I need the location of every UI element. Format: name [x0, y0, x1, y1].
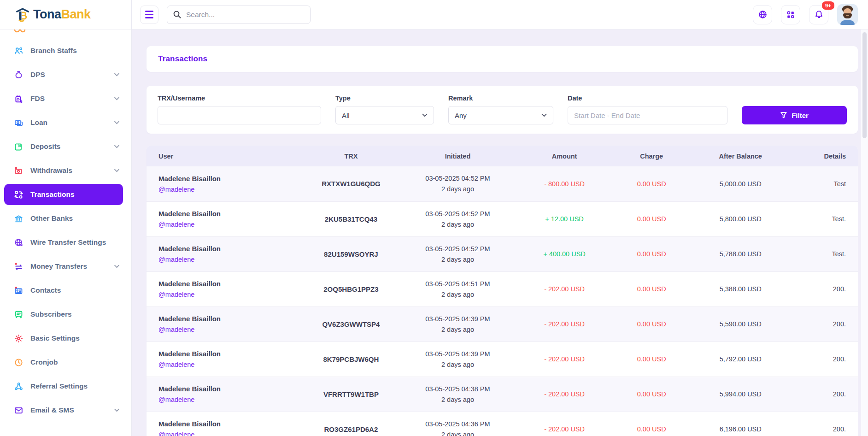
- trx-username-input[interactable]: [158, 106, 321, 124]
- sidebar-item-wire-transfer-settings[interactable]: Wire Transfer Settings: [0, 230, 131, 254]
- sidebar: TonaBank Branch Staffs: [0, 0, 132, 436]
- charge: 0.00 USD: [612, 412, 691, 436]
- sidebar-item-dps[interactable]: DPS: [0, 63, 131, 87]
- scrollbar-thumb[interactable]: [862, 32, 867, 138]
- sidebar-item-withdrawals[interactable]: Withdrawals: [0, 159, 131, 183]
- charge: 0.00 USD: [612, 342, 691, 377]
- username-link[interactable]: @madelene: [158, 221, 291, 228]
- username-link[interactable]: @madelene: [158, 186, 291, 193]
- sidebar-item-label: Loan: [30, 118, 47, 127]
- sidebar-item-contacts[interactable]: Contacts: [0, 278, 131, 302]
- type-select[interactable]: All: [335, 106, 434, 124]
- initiated-ago: 2 days ago: [411, 291, 504, 298]
- sidebar-item-fds[interactable]: $ FDS: [0, 87, 131, 111]
- trx-code: RXTXW1GU6QDG: [303, 166, 399, 201]
- search-box[interactable]: [167, 6, 311, 24]
- sidebar-item-transactions[interactable]: Transactions: [4, 184, 123, 205]
- user-name: Madelene Bisaillon: [158, 385, 291, 393]
- sidebar-item-label: Wire Transfer Settings: [30, 238, 106, 247]
- sidebar-item-other-banks[interactable]: Other Banks: [0, 206, 131, 230]
- brand-logo[interactable]: TonaBank: [0, 0, 131, 29]
- contact-card-icon: [14, 286, 23, 295]
- chevron-down-icon: [422, 113, 428, 117]
- details: 200.: [790, 342, 858, 377]
- sidebar-item-deposits[interactable]: Deposits: [0, 135, 131, 159]
- amount: - 800.00 USD: [516, 166, 612, 201]
- filter-button-label: Filter: [792, 112, 809, 119]
- table-header-row: User TRX Initiated Amount Charge After B…: [147, 146, 858, 166]
- chevron-down-icon: [114, 73, 119, 77]
- sidebar-item-loan[interactable]: Loan: [0, 111, 131, 135]
- username-link[interactable]: @madelene: [158, 431, 291, 436]
- search-icon: [173, 10, 182, 19]
- sidebar-item-basic-settings[interactable]: Basic Settings: [0, 326, 131, 350]
- amount: - 202.00 USD: [516, 306, 612, 342]
- username-link[interactable]: @madelene: [158, 396, 291, 403]
- user-name: Madelene Bisaillon: [158, 175, 291, 183]
- user-avatar[interactable]: [837, 4, 858, 25]
- sidebar-item-branch-staffs[interactable]: Branch Staffs: [0, 39, 131, 63]
- sidebar-item-label: Deposits: [30, 142, 60, 151]
- search-input[interactable]: [186, 11, 305, 19]
- trx-code: VFRRTT9W1TBP: [303, 377, 399, 412]
- transactions-table: User TRX Initiated Amount Charge After B…: [147, 146, 858, 436]
- sidebar-item-label: Referral Settings: [30, 382, 88, 390]
- apps-button[interactable]: [781, 5, 800, 24]
- sidebar-toggle-button[interactable]: [140, 6, 158, 24]
- details: 200.: [790, 271, 858, 306]
- remark-label: Remark: [448, 94, 553, 102]
- sidebar-item-subscribers[interactable]: Subscribers: [0, 302, 131, 326]
- bell-icon: [814, 10, 824, 19]
- funnel-icon: [780, 112, 787, 119]
- col-header-trx: TRX: [303, 146, 399, 166]
- table-row: Madelene Bisaillon@madelene RXTXW1GU6QDG…: [147, 166, 858, 201]
- col-header-after-balance: After Balance: [691, 146, 790, 166]
- after-balance: 5,388.00 USD: [691, 271, 790, 306]
- table-row: Madelene Bisaillon@madelene 82U159WSOYRJ…: [147, 236, 858, 271]
- transfer-arrows-icon: [14, 262, 23, 271]
- bank-logo-icon: [16, 7, 29, 22]
- username-link[interactable]: @madelene: [158, 326, 291, 333]
- topbar: 9+: [132, 0, 868, 29]
- remark-select[interactable]: Any: [448, 106, 553, 124]
- bank-icon: [14, 214, 23, 224]
- col-header-charge: Charge: [612, 146, 691, 166]
- sidebar-item-label: Branch Staffs: [30, 47, 77, 55]
- username-link[interactable]: @madelene: [158, 361, 291, 368]
- chevron-down-icon: [541, 113, 547, 117]
- network-icon: [14, 382, 23, 391]
- sidebar-item-cronjob[interactable]: Cronjob: [0, 350, 131, 374]
- type-label: Type: [335, 94, 434, 102]
- charge: 0.00 USD: [612, 306, 691, 342]
- sidebar-item-partial[interactable]: [0, 29, 131, 39]
- money-bag-icon: [14, 70, 23, 80]
- language-button[interactable]: [753, 5, 772, 24]
- initiated-date: 03-05-2025 04:52 PM: [411, 175, 504, 182]
- trx-username-label: TRX/Username: [158, 94, 321, 102]
- filter-button[interactable]: Filter: [742, 106, 847, 124]
- sidebar-item-label: Withdrawals: [30, 166, 72, 175]
- username-link[interactable]: @madelene: [158, 291, 291, 298]
- username-link[interactable]: @madelene: [158, 256, 291, 263]
- initiated-ago: 2 days ago: [411, 326, 504, 333]
- filter-remark-group: Remark Any: [448, 94, 553, 124]
- sidebar-nav: Branch Staffs DPS $ FDS: [0, 29, 131, 422]
- user-name: Madelene Bisaillon: [158, 280, 291, 288]
- sidebar-item-referral-settings[interactable]: Referral Settings: [0, 374, 131, 398]
- apps-grid-icon: [786, 10, 795, 19]
- sidebar-item-email-sms[interactable]: Email & SMS: [0, 398, 131, 422]
- initiated-ago: 2 days ago: [411, 396, 504, 403]
- sidebar-item-money-transfers[interactable]: Money Transfers: [0, 254, 131, 278]
- date-range-input[interactable]: [568, 106, 727, 124]
- sidebar-item-label: Money Transfers: [30, 262, 87, 271]
- chevron-down-icon: [114, 121, 119, 124]
- message-plus-icon: [14, 310, 23, 319]
- user-name: Madelene Bisaillon: [158, 420, 291, 428]
- charge: 0.00 USD: [612, 271, 691, 306]
- envelope-icon: [14, 406, 23, 415]
- user-name: Madelene Bisaillon: [158, 350, 291, 358]
- page-scrollbar[interactable]: [861, 29, 868, 436]
- notifications-button[interactable]: 9+: [809, 5, 828, 24]
- page-header-card: Transactions: [147, 46, 858, 72]
- partial-icon: [14, 29, 26, 34]
